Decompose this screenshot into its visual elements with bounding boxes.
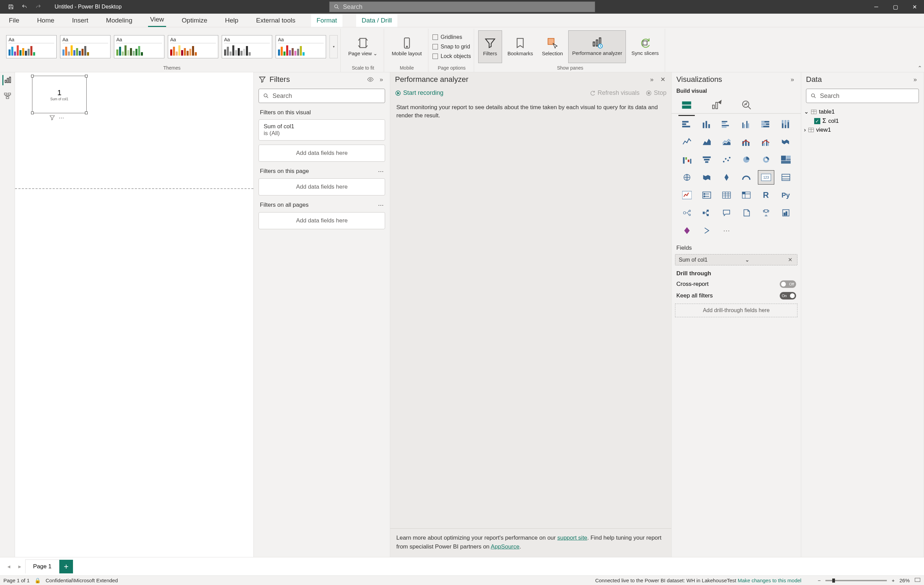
report-view-icon[interactable]: [2, 75, 13, 85]
prev-page-icon[interactable]: ◄: [3, 561, 14, 572]
snap-to-grid-checkbox[interactable]: Snap to grid: [432, 43, 471, 51]
cross-report-toggle[interactable]: Off: [780, 280, 796, 288]
tree-column-row[interactable]: ✓ Σ col1: [804, 116, 921, 126]
clustered-bar-icon[interactable]: [718, 117, 735, 131]
minimize-button[interactable]: ─: [867, 0, 886, 14]
kpi-icon[interactable]: [679, 188, 695, 202]
azure-map-icon[interactable]: [718, 170, 735, 185]
tab-modeling[interactable]: Modeling: [104, 14, 134, 27]
keep-filters-toggle[interactable]: On: [780, 292, 796, 299]
add-page-button[interactable]: +: [59, 560, 73, 573]
line-stacked-column-icon[interactable]: [738, 135, 754, 149]
chevron-right-icon[interactable]: ›: [804, 127, 806, 133]
visual-filter-icon[interactable]: [49, 115, 55, 122]
card-icon[interactable]: 123: [758, 170, 774, 185]
theme-gallery[interactable]: Aa Aa Aa Aa Aa Aa ▾: [6, 35, 338, 58]
line-chart-icon[interactable]: [679, 135, 695, 149]
collapse-pane-icon[interactable]: »: [911, 76, 919, 83]
card-visual[interactable]: 1 Sum of col1: [32, 76, 87, 113]
filter-drop-all[interactable]: Add data fields here: [259, 212, 385, 229]
chevron-down-icon[interactable]: ⌄: [743, 256, 751, 263]
tab-optimize[interactable]: Optimize: [180, 14, 210, 27]
qa-visual-icon[interactable]: [718, 206, 735, 220]
maximize-button[interactable]: ▢: [886, 0, 905, 14]
get-more-visuals-icon[interactable]: ⋯: [718, 223, 735, 238]
power-apps-icon[interactable]: [679, 223, 695, 238]
clustered-column-icon[interactable]: [738, 117, 754, 131]
theme-swatch[interactable]: Aa: [6, 35, 57, 58]
column-checkbox[interactable]: ✓: [814, 118, 820, 124]
format-visual-tab[interactable]: [708, 97, 725, 113]
redo-icon[interactable]: [34, 3, 42, 11]
donut-icon[interactable]: [758, 152, 774, 167]
stacked-area-icon[interactable]: [718, 135, 735, 149]
stacked-column-100-icon[interactable]: [778, 117, 794, 131]
theme-swatch[interactable]: Aa: [222, 35, 272, 58]
treemap-icon[interactable]: [778, 152, 794, 167]
close-button[interactable]: ✕: [905, 0, 924, 14]
goals-icon[interactable]: [758, 206, 774, 220]
smart-narrative-icon[interactable]: [738, 206, 754, 220]
fit-to-page-icon[interactable]: [914, 577, 921, 583]
theme-swatch[interactable]: Aa: [114, 35, 164, 58]
funnel-icon[interactable]: [698, 152, 715, 167]
stacked-column-icon[interactable]: [698, 117, 715, 131]
area-chart-icon[interactable]: [698, 135, 715, 149]
scatter-icon[interactable]: [718, 152, 735, 167]
table-icon[interactable]: [718, 188, 735, 202]
lock-objects-checkbox[interactable]: Lock objects: [432, 53, 471, 60]
filter-drop-visual[interactable]: Add data fields here: [259, 145, 385, 162]
page-tab[interactable]: Page 1: [25, 559, 59, 573]
pie-icon[interactable]: [738, 152, 754, 167]
make-changes-link[interactable]: Make changes to this model: [738, 577, 802, 583]
selection-pane-button[interactable]: Selection: [539, 30, 566, 63]
close-pane-icon[interactable]: ✕: [659, 76, 667, 83]
chevron-down-icon[interactable]: ⌄: [804, 108, 809, 115]
ribbon-chart-icon[interactable]: [778, 135, 794, 149]
start-recording-button[interactable]: Start recording: [395, 89, 444, 96]
undo-icon[interactable]: [20, 3, 29, 11]
filled-map-icon[interactable]: [698, 170, 715, 185]
tab-insert[interactable]: Insert: [70, 14, 91, 27]
more-icon[interactable]: ⋯: [378, 168, 384, 175]
collapse-pane-icon[interactable]: »: [789, 76, 796, 83]
line-clustered-column-icon[interactable]: [758, 135, 774, 149]
mobile-layout-button[interactable]: Mobile layout: [388, 30, 425, 63]
bookmarks-pane-button[interactable]: Bookmarks: [504, 30, 536, 63]
theme-swatch[interactable]: Aa: [60, 35, 111, 58]
r-visual-icon[interactable]: R: [758, 188, 774, 202]
decomposition-tree-icon[interactable]: [698, 206, 715, 220]
tab-format[interactable]: Format: [311, 14, 342, 27]
stacked-bar-icon[interactable]: [679, 117, 695, 131]
appsource-link[interactable]: AppSource: [491, 544, 520, 550]
field-well-item[interactable]: Sum of col1 ⌄ ✕: [675, 254, 797, 265]
performance-analyzer-button[interactable]: Performance analyzer: [568, 30, 626, 63]
drill-through-drop[interactable]: Add drill-through fields here: [675, 304, 797, 317]
more-icon[interactable]: ⋯: [378, 202, 384, 209]
key-influencers-icon[interactable]: [679, 206, 695, 220]
support-site-link[interactable]: support site: [557, 534, 587, 541]
tab-home[interactable]: Home: [35, 14, 57, 27]
eye-icon[interactable]: [367, 76, 374, 83]
map-icon[interactable]: [679, 170, 695, 185]
data-search[interactable]: Search: [806, 89, 919, 103]
collapse-pane-icon[interactable]: »: [378, 76, 385, 83]
multi-row-card-icon[interactable]: [778, 170, 794, 185]
power-automate-icon[interactable]: [698, 223, 715, 238]
theme-swatch[interactable]: Aa: [276, 35, 326, 58]
waterfall-icon[interactable]: [679, 152, 695, 167]
gridlines-checkbox[interactable]: Gridlines: [432, 33, 471, 41]
visual-more-icon[interactable]: ⋯: [59, 115, 64, 122]
theme-swatch[interactable]: Aa: [168, 35, 218, 58]
tab-external-tools[interactable]: External tools: [254, 14, 297, 27]
tab-help[interactable]: Help: [223, 14, 241, 27]
paginated-report-icon[interactable]: [778, 206, 794, 220]
remove-field-icon[interactable]: ✕: [787, 256, 794, 263]
py-visual-icon[interactable]: Py: [778, 188, 794, 202]
next-page-icon[interactable]: ►: [14, 561, 25, 572]
page-view-button[interactable]: Page view ⌄: [345, 30, 381, 63]
zoom-in-button[interactable]: +: [892, 577, 895, 583]
filter-drop-page[interactable]: Add data fields here: [259, 178, 385, 195]
model-view-icon[interactable]: [2, 91, 13, 101]
build-visual-tab[interactable]: [678, 97, 695, 113]
